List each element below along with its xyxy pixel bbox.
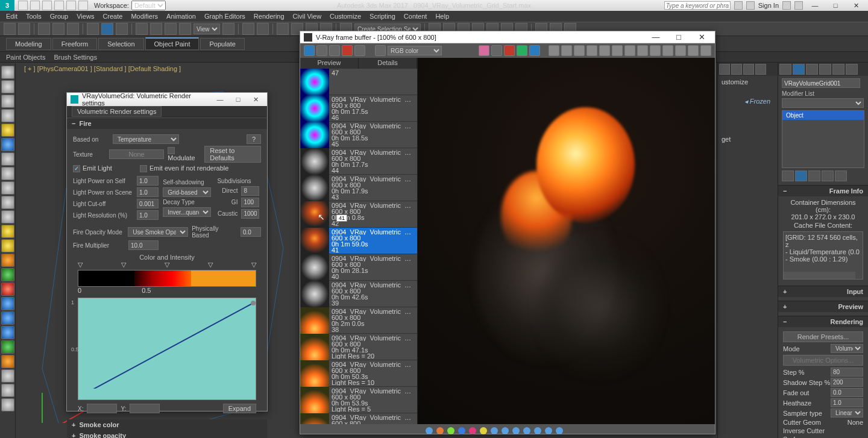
shadow-step-input[interactable] [831, 378, 863, 387]
volumetric-render-dialog[interactable]: VRayVolumeGrid: Volumetric Render settin… [66, 92, 268, 411]
light-tool-icon[interactable] [1, 124, 14, 137]
star-icon[interactable] [746, 1, 755, 10]
vfb-copy-icon[interactable] [354, 45, 365, 56]
tool-icon[interactable] [1, 196, 14, 209]
menu-content[interactable]: Content [404, 13, 427, 20]
vfb-power-icon[interactable] [304, 45, 315, 56]
dialog-minimize[interactable]: — [213, 96, 227, 103]
vfb-hamburger-icon[interactable] [375, 45, 386, 56]
menu-modifiers[interactable]: Modifiers [131, 13, 158, 20]
vfb-heart-icon[interactable] [479, 45, 489, 56]
qat-open-icon[interactable] [30, 1, 40, 10]
gi-input[interactable] [241, 198, 259, 207]
snap-icon[interactable] [277, 23, 289, 35]
lres-input[interactable] [137, 210, 159, 220]
tool-icon[interactable] [1, 398, 14, 411]
dialog-close[interactable]: ✕ [249, 96, 263, 104]
unique-icon[interactable] [808, 171, 820, 181]
history-item[interactable]: 0904_VRay_Volumetric_Grid_R600 x 8000h 0… [300, 122, 417, 148]
help-button[interactable]: ? [247, 134, 261, 144]
menu-views[interactable]: Views [77, 13, 94, 20]
ribbon-tab-populate[interactable]: Populate [200, 38, 244, 50]
vfb-icon[interactable] [574, 45, 585, 56]
rollout-input[interactable]: +Input [778, 286, 868, 297]
vfb-minimize[interactable]: — [646, 33, 665, 42]
tool-icon[interactable] [1, 283, 14, 296]
vfb-icon[interactable] [587, 45, 597, 56]
vfb-icon[interactable] [650, 45, 661, 56]
infocenter-icon[interactable] [734, 1, 743, 10]
ribbon-tab-modeling[interactable]: Modeling [6, 38, 51, 50]
texture-button[interactable]: None [109, 149, 165, 159]
dialog-tab[interactable]: Volumetric Render settings [72, 106, 162, 117]
qat-link-icon[interactable] [78, 1, 88, 10]
se-icon[interactable] [719, 64, 730, 75]
bind-icon[interactable] [67, 23, 79, 35]
vfb-close[interactable]: ✕ [692, 33, 711, 42]
grass-tool-icon[interactable] [1, 340, 14, 354]
ribbon-tab-selection[interactable]: Selection [98, 38, 143, 50]
move-icon[interactable] [136, 23, 148, 35]
emit-even-check[interactable]: Emit even if not renderable [140, 164, 228, 172]
tool-icon[interactable] [1, 80, 14, 93]
history-item[interactable]: 0904_VRay_Volumetric_Grid_R600 x 8000h 0… [300, 175, 417, 201]
history-item[interactable]: 0904_VRay_Volumetric_Grid_R600 x 8000h 2… [300, 201, 417, 228]
workspace-selector[interactable]: Default [131, 1, 166, 10]
display-tab-icon[interactable] [832, 64, 844, 75]
vfb-icon[interactable] [688, 45, 699, 56]
vfb-save-icon[interactable] [316, 45, 327, 56]
se-icon[interactable] [731, 64, 742, 75]
caustic-input[interactable] [241, 209, 259, 219]
link-icon[interactable] [38, 23, 50, 35]
vfb-icon[interactable] [599, 45, 610, 56]
cutoff-input[interactable] [137, 199, 159, 208]
menu-group[interactable]: Group [50, 13, 69, 20]
history-item[interactable]: 0904_VRay_Volumetric_Grid_R600 x 8000h 0… [300, 254, 417, 281]
qat-new-icon[interactable] [18, 1, 28, 10]
fire-rollout-header[interactable]: −Fire [67, 118, 267, 129]
physbased-input[interactable] [241, 227, 261, 237]
help-icon[interactable] [794, 1, 803, 10]
history-item[interactable]: 0904_VRay_Volumetric_Grid_R600 x 8000h 0… [300, 360, 417, 387]
history-item[interactable]: 0904_VRay_Volumetric_Grid_R600 x 8000h 0… [300, 95, 417, 122]
tool-icon[interactable] [1, 109, 14, 122]
modify-tab-icon[interactable] [793, 64, 805, 75]
vfb-g-icon[interactable] [517, 45, 527, 56]
tool-icon[interactable] [1, 355, 14, 368]
window-maximize[interactable]: □ [827, 2, 844, 9]
y-input[interactable] [130, 404, 160, 413]
keymode-icon[interactable] [257, 23, 269, 35]
heathaze-input[interactable] [831, 398, 863, 407]
vfb-mono-icon[interactable] [491, 45, 502, 56]
menu-civil-view[interactable]: Civil View [293, 13, 321, 20]
window-minimize[interactable]: — [807, 2, 823, 9]
app-logo[interactable]: 3 [0, 0, 14, 11]
fade-input[interactable] [831, 388, 863, 397]
modifier-stack[interactable]: Object [782, 110, 864, 168]
intensity-curve[interactable]: 1 0.5 [78, 298, 256, 400]
window-close[interactable]: ✕ [848, 2, 864, 10]
vfb-icon[interactable] [549, 45, 559, 56]
menu-edit[interactable]: Edit [6, 13, 17, 20]
vfb-icon[interactable] [662, 45, 673, 56]
vfb-icon[interactable] [624, 45, 635, 56]
undo-icon[interactable] [4, 23, 16, 35]
vfb-r-icon[interactable] [504, 45, 515, 56]
color-gradient[interactable] [78, 270, 256, 287]
direct-input[interactable] [241, 186, 259, 196]
center-icon[interactable] [222, 23, 234, 35]
cache-content[interactable]: [GRID: 12 574 560 cells, z - Liquid/Temp… [783, 231, 863, 280]
vfb-clear-icon[interactable] [342, 45, 353, 56]
vfb-maximize[interactable]: □ [669, 33, 688, 42]
stack-item[interactable]: Object [782, 111, 864, 120]
signin-link[interactable]: Sign In [758, 2, 779, 9]
history-item[interactable]: 47 [300, 69, 417, 95]
scale-icon[interactable] [165, 23, 177, 35]
reset-button[interactable]: Reset to Defaults [204, 146, 261, 163]
rotate-icon[interactable] [150, 23, 162, 35]
x-input[interactable] [87, 404, 117, 413]
select-window-icon[interactable] [116, 23, 128, 35]
vfb-icon[interactable] [700, 45, 711, 56]
se-icon[interactable] [755, 64, 766, 75]
scene-explorer[interactable]: ustomize ◂ Frozen get [717, 63, 778, 438]
